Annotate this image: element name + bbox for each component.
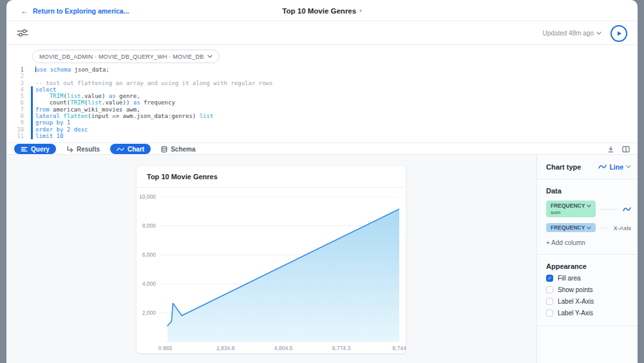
code-line: 7from american_wiki_movies awm, (6, 106, 638, 113)
chevron-down-icon (207, 55, 213, 58)
worksheet-window: ← Return to Exploring america... Top 10 … (6, 0, 638, 363)
line-number: 8 (6, 113, 24, 119)
chevron-down-icon (596, 32, 601, 35)
code-text: select (35, 86, 57, 93)
checkbox-row-label-y-axis[interactable]: Label Y-Axis (546, 309, 631, 317)
line-number: 2 (6, 73, 24, 79)
x-axis-row: FREQUENCY X-Axis (546, 223, 631, 232)
selection-bar (24, 119, 35, 126)
updated-label: Updated 48m ago (542, 30, 594, 37)
y-axis-column-pill[interactable]: FREQUENCY sum (546, 201, 596, 217)
y-tick-label: 8,000 (137, 222, 156, 229)
sql-editor[interactable]: MOVIE_DB_ADMIN · MOVIE_DB_QUERY_WH · MOV… (6, 45, 638, 143)
code-line: 11limit 10 (6, 133, 638, 139)
context-selector[interactable]: MOVIE_DB_ADMIN · MOVIE_DB_QUERY_WH · MOV… (32, 50, 220, 63)
line-number: 1 (6, 66, 24, 73)
download-icon[interactable] (607, 146, 614, 153)
y-tick-label: 6,000 (137, 251, 156, 258)
chart-settings-panel: Chart type Line Data FREQUENCY (536, 155, 638, 363)
appearance-heading: Appearance (546, 262, 631, 270)
tab-schema[interactable]: Schema (155, 144, 202, 154)
code-lines[interactable]: 1use schema json_data;23-- test out flat… (6, 66, 638, 142)
line-number: 4 (6, 86, 24, 93)
code-line: 6 count(TRIM(list.value)) as frequency (6, 99, 638, 106)
selection-bar (24, 66, 35, 73)
line-number: 7 (6, 106, 24, 113)
code-line: 1use schema json_data; (6, 66, 638, 73)
tab-results[interactable]: Results (60, 144, 106, 154)
code-text: order by 2 desc (35, 126, 88, 133)
tab-chart[interactable]: Chart (110, 144, 151, 154)
x-axis-label: X-Axis (614, 224, 631, 231)
line-chart-icon (117, 146, 124, 152)
checkbox[interactable] (546, 298, 553, 305)
chart-title-divider (137, 187, 406, 188)
result-tabbar: QueryResultsChartSchema (6, 143, 638, 155)
x-tick-label: 4,804.5 (274, 345, 292, 351)
x-tick-label: 865 (163, 345, 172, 351)
updated-dropdown[interactable]: Updated 48m ago (542, 21, 601, 45)
line-number: 10 (6, 126, 24, 133)
tab-label: Results (77, 146, 100, 153)
x-axis-column-pill[interactable]: FREQUENCY (546, 223, 596, 232)
code-text: TRIM(list.value) as genre, (35, 93, 140, 99)
add-column-button[interactable]: + Add column (546, 239, 631, 246)
run-query-button[interactable] (611, 25, 627, 42)
chart-view: Top 10 Movie Genres 2,0004,0006,0008,000… (6, 155, 638, 363)
tab-label: Schema (171, 146, 195, 153)
checkbox-row-fill-area[interactable]: Fill area (546, 275, 631, 282)
code-line: 4select (6, 86, 638, 93)
checkbox-label: Fill area (558, 275, 581, 282)
connector-line (601, 209, 618, 210)
filter-lines-icon (21, 146, 28, 153)
line-number: 9 (6, 119, 24, 126)
chart-type-heading: Chart type (546, 163, 581, 171)
checkbox-label: Label X-Axis (558, 298, 594, 305)
y-axis-row: FREQUENCY sum (546, 201, 631, 217)
checkbox[interactable] (546, 309, 553, 317)
selection-bar (24, 86, 35, 93)
code-line: 2 (6, 73, 638, 79)
chevron-down-icon (587, 204, 591, 208)
selection-bar (24, 106, 35, 113)
x-tick-label: 0 (158, 345, 162, 351)
checkbox[interactable] (546, 275, 553, 282)
connector-line (601, 228, 608, 228)
database-icon (161, 146, 167, 153)
line-number: 6 (6, 99, 24, 106)
code-text: use schema json_data; (35, 66, 109, 73)
appearance-checkboxes: Fill areaShow pointsLabel X-AxisLabel Y-… (546, 275, 631, 317)
title-caret-icon: ▾ (359, 8, 362, 14)
line-number: 3 (6, 80, 24, 86)
selection-bar (24, 133, 35, 139)
tab-label: Chart (128, 146, 144, 153)
line-series-icon[interactable] (623, 203, 631, 215)
chart-type-select[interactable]: Line (598, 163, 631, 171)
x-tick-label: 6,774.3 (332, 345, 350, 351)
code-line: 3-- test out flattening an array and usi… (6, 80, 638, 86)
tabbar-right-icons (607, 143, 630, 155)
checkbox-row-show-points[interactable]: Show points (546, 286, 631, 293)
selection-bar (24, 80, 35, 86)
back-link[interactable]: ← Return to Exploring america... (21, 0, 129, 21)
filter-sliders-icon[interactable] (17, 28, 30, 38)
page-title-label: Top 10 Movie Genres (282, 7, 356, 15)
return-arrow-icon (66, 146, 73, 153)
y-pill-name: FREQUENCY (551, 202, 585, 209)
tab-query[interactable]: Query (14, 144, 56, 154)
checkbox-label: Label Y-Axis (558, 309, 593, 317)
tab-label: Query (31, 146, 50, 153)
code-line: 8lateral flatten(input => awm.json_data:… (6, 113, 638, 119)
page-title[interactable]: Top 10 Movie Genres ▾ (282, 0, 361, 21)
checkbox-label: Show points (558, 286, 592, 293)
checkbox-row-label-x-axis[interactable]: Label X-Axis (546, 298, 631, 305)
code-text: group by 1 (35, 119, 70, 126)
code-text: count(TRIM(list.value)) as frequency (35, 99, 175, 106)
checkbox[interactable] (546, 286, 553, 293)
split-panel-icon[interactable] (622, 146, 630, 153)
data-section: Data FREQUENCY sum (537, 179, 638, 255)
x-tick-label: 2,834.8 (216, 345, 234, 351)
tabs: QueryResultsChartSchema (14, 143, 202, 155)
title-bar: ← Return to Exploring america... Top 10 … (6, 0, 638, 21)
selection-bar (24, 126, 35, 133)
